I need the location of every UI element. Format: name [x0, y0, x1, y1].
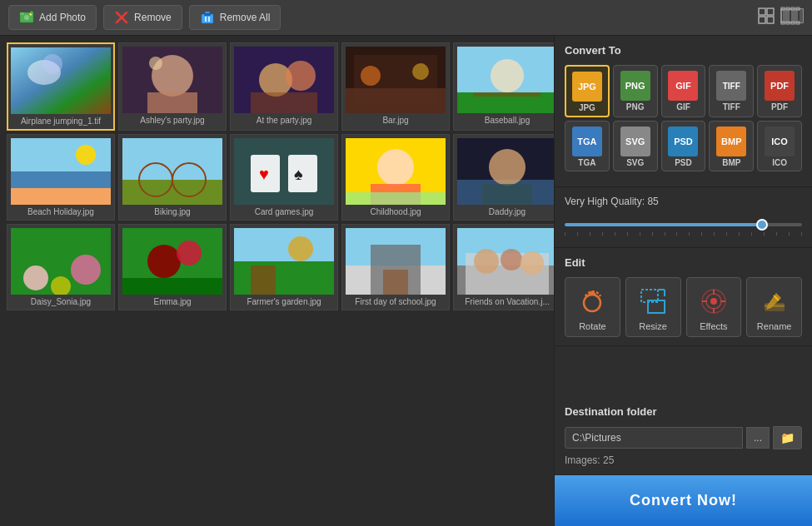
svg-text:♥: ♥	[259, 165, 269, 183]
tick	[764, 232, 765, 236]
photo-label: Daisy_Sonia.jpg	[31, 297, 91, 306]
format-button-psd[interactable]: PSDPSD	[661, 121, 706, 171]
photo-grid-container[interactable]: Airplane jumping_1.tifAshley's party.jpg…	[0, 36, 554, 526]
images-count: Images: 25	[565, 454, 802, 466]
photo-item[interactable]: Farmer's garden.jpg	[230, 224, 338, 310]
svg-rect-34	[147, 92, 197, 113]
photo-label: Baseball.jpg	[485, 116, 530, 125]
format-icon-bmp: BMP	[716, 127, 746, 156]
edit-label-effects: Effects	[700, 321, 727, 331]
svg-point-89	[474, 249, 499, 274]
edit-button-rotate[interactable]: Rotate	[565, 277, 620, 337]
svg-rect-77	[122, 278, 222, 295]
slider-ticks	[565, 232, 802, 236]
edit-button-effects[interactable]: Effects	[686, 277, 742, 337]
format-button-tiff[interactable]: TIFFTIFF	[709, 65, 754, 117]
format-button-jpg[interactable]: JPGJPG	[565, 65, 610, 117]
tick	[652, 232, 653, 236]
svg-rect-53	[122, 138, 222, 180]
destination-section: Destination folder ... 📁 Images: 25	[555, 397, 812, 475]
photo-item[interactable]: Childhood.jpg	[341, 134, 450, 221]
format-label-gif: GIF	[676, 102, 690, 112]
add-photo-button[interactable]: Add Photo	[8, 5, 97, 30]
photo-thumbnail	[346, 138, 446, 205]
remove-all-button[interactable]: Remove All	[189, 5, 281, 30]
right-panel: Convert To JPGJPGPNGPNGGIFGIFTIFFTIFFPDF…	[554, 36, 812, 526]
svg-point-68	[489, 149, 526, 186]
svg-point-52	[76, 145, 96, 165]
tick	[689, 232, 690, 236]
grid-view-button[interactable]	[757, 7, 775, 28]
photo-item[interactable]: Bar.jpg	[341, 42, 450, 131]
quality-label: Very High Quality: 85	[565, 196, 802, 207]
svg-rect-16	[767, 17, 774, 23]
svg-rect-20	[800, 9, 803, 22]
photo-thumbnail	[457, 138, 554, 205]
photo-item[interactable]: ♥♠Card games.jpg	[230, 134, 338, 221]
photo-label: Farmer's garden.jpg	[247, 297, 321, 306]
svg-rect-39	[251, 92, 317, 113]
photo-item[interactable]: Baseball.jpg	[453, 42, 554, 131]
remove-button[interactable]: Remove	[103, 5, 182, 30]
photo-label: Childhood.jpg	[370, 207, 421, 216]
photo-label: Card games.jpg	[255, 207, 314, 216]
photo-thumbnail	[234, 47, 334, 113]
format-button-ico[interactable]: ICOICO	[757, 121, 802, 171]
photo-item[interactable]: Daddy.jpg	[453, 134, 554, 221]
format-icon-ico: ICO	[765, 127, 795, 156]
format-button-gif[interactable]: GIFGIF	[661, 65, 706, 117]
format-label-jpg: JPG	[579, 103, 595, 112]
format-label-svg: SVG	[626, 158, 644, 167]
svg-point-76	[177, 241, 202, 265]
convert-to-title: Convert To	[565, 44, 802, 57]
photo-item[interactable]: At the party.jpg	[230, 42, 338, 131]
format-label-pdf: PDF	[771, 102, 788, 112]
svg-rect-13	[759, 8, 765, 15]
svg-point-92	[584, 295, 600, 311]
format-button-bmp[interactable]: BMPBMP	[709, 121, 754, 171]
photo-item[interactable]: First day of school.jpg	[341, 224, 450, 310]
destination-browse-button[interactable]: ...	[746, 427, 770, 449]
photo-label: At the party.jpg	[257, 116, 312, 125]
svg-rect-79	[234, 261, 334, 295]
filmstrip-view-button[interactable]	[780, 7, 804, 28]
photo-item[interactable]: Friends on Vacation.j...	[453, 224, 554, 310]
photo-item[interactable]: Daisy_Sonia.jpg	[7, 224, 115, 310]
format-button-pdf[interactable]: PDFPDF	[757, 65, 802, 117]
svg-rect-14	[767, 8, 774, 15]
svg-rect-19	[791, 9, 798, 22]
convert-now-button[interactable]: Convert Now!	[555, 475, 812, 526]
photo-thumbnail	[234, 228, 334, 295]
format-button-tga[interactable]: TGATGA	[565, 121, 610, 171]
photo-item[interactable]: Beach Holiday.jpg	[7, 134, 115, 221]
edit-button-resize[interactable]: Resize	[625, 277, 681, 337]
photo-item[interactable]: Biking.jpg	[118, 134, 227, 221]
main-content: Airplane jumping_1.tifAshley's party.jpg…	[0, 36, 812, 526]
tick	[577, 232, 578, 236]
edit-grid: RotateResizeEffectsRename	[565, 277, 802, 337]
svg-point-75	[147, 245, 181, 278]
quality-slider[interactable]	[565, 223, 802, 226]
format-button-png[interactable]: PNGPNG	[613, 65, 658, 117]
svg-point-44	[412, 63, 429, 80]
edit-icon-rotate	[575, 285, 609, 318]
format-label-bmp: BMP	[722, 158, 740, 167]
destination-input[interactable]	[565, 427, 743, 449]
format-button-svg[interactable]: SVGSVG	[613, 121, 658, 171]
photo-item[interactable]: Airplane jumping_1.tif	[7, 42, 115, 131]
photo-item[interactable]: Ashley's party.jpg	[118, 42, 227, 131]
destination-folder-button[interactable]: 📁	[773, 426, 802, 449]
svg-point-1	[24, 15, 29, 20]
svg-rect-15	[759, 17, 765, 23]
svg-rect-51	[11, 188, 111, 205]
photo-thumbnail	[11, 138, 111, 205]
photo-label: Daddy.jpg	[489, 207, 526, 216]
photo-item[interactable]: Emma.jpg	[118, 224, 227, 310]
view-mode-buttons	[757, 7, 804, 28]
photo-thumbnail	[122, 228, 222, 295]
format-label-psd: PSD	[675, 158, 692, 167]
svg-point-38	[286, 61, 316, 91]
photo-thumbnail	[457, 47, 554, 113]
tick	[714, 232, 715, 236]
edit-button-rename[interactable]: Rename	[746, 277, 802, 337]
